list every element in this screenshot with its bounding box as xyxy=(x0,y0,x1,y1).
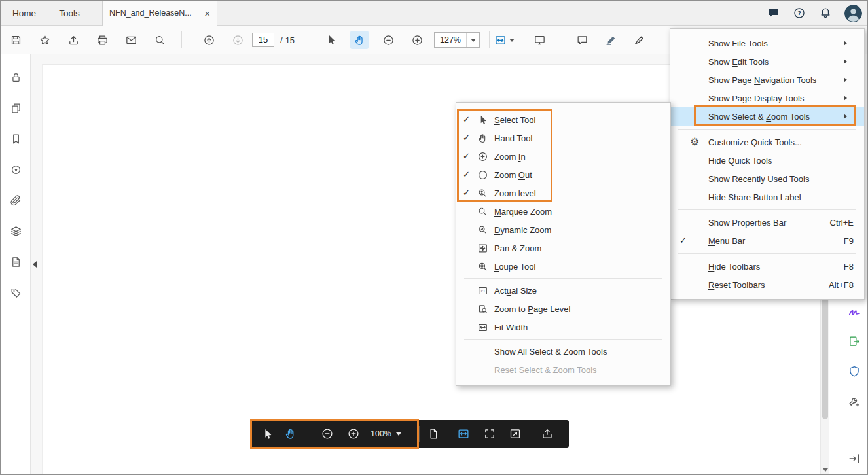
fit-width-icon xyxy=(476,321,489,334)
destinations-button[interactable] xyxy=(8,162,24,177)
user-avatar[interactable] xyxy=(844,5,862,22)
help-button[interactable]: ? xyxy=(792,6,806,20)
menu-item-marquee-zoom[interactable]: Marquee Zoom xyxy=(456,202,670,220)
menu-item-zoom-to-page-level[interactable]: Zoom to Page Level xyxy=(456,300,670,318)
menu-item-pan-zoom[interactable]: Pan & Zoom xyxy=(456,239,670,257)
menu-item-hide-toolbars[interactable]: Hide Toolbars F8 xyxy=(670,257,864,275)
menu-shortcut: F8 xyxy=(844,262,854,272)
menu-item-show-select-zoom-tools[interactable]: Show Select & Zoom Tools xyxy=(670,107,864,126)
fill-and-sign-button[interactable] xyxy=(846,304,862,319)
tab-tools[interactable]: Tools xyxy=(48,1,91,26)
zoom-in-button[interactable] xyxy=(346,426,361,442)
menu-separator xyxy=(678,253,856,254)
menu-item-show-all-select-zoom-tools[interactable]: Show All Select & Zoom Tools xyxy=(456,342,670,361)
menu-item-label: Show All Select & Zoom Tools xyxy=(494,347,607,357)
fit-width-button[interactable] xyxy=(456,426,471,442)
sign-button[interactable] xyxy=(630,31,649,49)
print-icon xyxy=(96,34,109,46)
share-upload-button[interactable] xyxy=(64,31,82,49)
menu-item-zoom-in[interactable]: ✓ Zoom In xyxy=(456,147,670,166)
tab-home[interactable]: Home xyxy=(1,1,48,26)
print-button[interactable] xyxy=(93,31,111,49)
caret-down-icon xyxy=(471,39,476,42)
menu-item-show-edit-tools[interactable]: Show Edit Tools xyxy=(670,52,864,71)
share-upload-button[interactable] xyxy=(539,426,555,442)
menu-item-zoom-out[interactable]: ✓ Zoom Out xyxy=(456,166,670,184)
zoom-level-dropdown[interactable]: 127% xyxy=(434,32,480,48)
menu-item-dynamic-zoom[interactable]: Dynamic Zoom xyxy=(456,220,670,239)
select-tool-button[interactable] xyxy=(322,31,340,49)
chat-button[interactable] xyxy=(766,6,780,20)
presentation-mode-icon xyxy=(533,34,546,46)
menu-item-select-tool[interactable]: ✓ Select Tool xyxy=(456,111,670,129)
fullscreen-button[interactable] xyxy=(507,426,523,442)
avatar-photo-icon xyxy=(844,5,862,22)
protect-button[interactable] xyxy=(846,364,862,379)
tags-panel-button[interactable] xyxy=(8,285,24,300)
save-button[interactable] xyxy=(7,31,25,49)
fit-page-button[interactable] xyxy=(482,426,497,442)
menu-item-hand-tool[interactable]: ✓ Hand Tool xyxy=(456,129,670,147)
previous-page-button[interactable] xyxy=(200,31,218,49)
toolbar-separator xyxy=(556,31,556,48)
page-thumbnails-button[interactable] xyxy=(8,100,24,116)
menu-item-show-recently-used-tools[interactable]: Show Recently Used Tools xyxy=(670,169,864,188)
next-page-button[interactable] xyxy=(228,31,247,49)
menu-item-fit-width[interactable]: Fit Width xyxy=(456,318,670,336)
zoom-dropdown-caret[interactable] xyxy=(466,33,479,47)
left-navigation-rail xyxy=(1,54,31,475)
menu-item-show-file-tools[interactable]: Show File Tools xyxy=(670,34,864,52)
zoom-out-button[interactable] xyxy=(319,426,335,442)
security-panel-button[interactable] xyxy=(8,69,24,85)
menu-item-show-page-display-tools[interactable]: Show Page Display Tools xyxy=(670,89,864,107)
hand-tool-button[interactable] xyxy=(283,426,298,442)
zoom-out-button[interactable] xyxy=(379,31,397,49)
menu-item-label: Reset Toolbars xyxy=(708,280,765,290)
page-display-icon xyxy=(494,34,507,46)
close-tab-icon[interactable]: × xyxy=(204,9,210,18)
actual-size-icon: 1:1 xyxy=(476,284,489,297)
notifications-button[interactable] xyxy=(818,6,833,20)
menu-item-label: Loupe Tool xyxy=(494,262,535,272)
export-pdf-button[interactable] xyxy=(846,334,862,349)
share-upload-icon xyxy=(541,427,554,440)
select-tool-button[interactable] xyxy=(259,426,275,442)
page-view-button[interactable] xyxy=(425,426,441,442)
menu-item-loupe-tool[interactable]: Loupe Tool xyxy=(456,257,670,275)
collapse-panel-arrow[interactable] xyxy=(33,261,37,268)
hand-tool-button[interactable] xyxy=(350,31,369,49)
open-tools-pane-button[interactable] xyxy=(846,451,862,466)
menu-item-show-page-navigation-tools[interactable]: Show Page Navigation Tools xyxy=(670,71,864,89)
zoom-level-value: 127% xyxy=(435,35,466,44)
scroll-down-arrow-icon[interactable] xyxy=(823,468,828,472)
zoom-level-dropdown[interactable]: 100% xyxy=(371,420,401,448)
find-button[interactable] xyxy=(151,31,169,49)
menu-item-zoom-level[interactable]: ✓ Zoom level xyxy=(456,184,670,202)
menu-item-hide-share-button-label[interactable]: Hide Share Button Label xyxy=(670,188,864,206)
zoom-in-button[interactable] xyxy=(408,31,426,49)
menu-item-menu-bar[interactable]: ✓ Menu Bar F9 xyxy=(670,232,864,250)
more-tools-button[interactable] xyxy=(846,394,862,410)
layers-button[interactable] xyxy=(8,223,24,239)
tab-document[interactable]: NFN_and_ReleaseN... × xyxy=(102,1,217,26)
menu-item-show-properties-bar[interactable]: Show Properties Bar Ctrl+E xyxy=(670,213,864,232)
menu-item-hide-quick-tools[interactable]: Hide Quick Tools xyxy=(670,151,864,169)
menu-item-actual-size[interactable]: 1:1 Actual Size xyxy=(456,281,670,300)
tab-home-label: Home xyxy=(12,9,36,18)
page-number-input[interactable]: 15 xyxy=(252,33,274,47)
email-button[interactable] xyxy=(122,31,140,49)
menu-item-customize-quick-tools[interactable]: ⚙ Customize Quick Tools... xyxy=(670,133,864,151)
content-panel-button[interactable] xyxy=(8,254,24,270)
zoom-out-icon xyxy=(382,34,395,46)
page-display-button[interactable] xyxy=(494,31,520,49)
bookmarks-button[interactable] xyxy=(8,131,24,147)
comment-button[interactable] xyxy=(573,31,591,49)
gear-icon: ⚙ xyxy=(690,135,699,149)
favorite-button[interactable] xyxy=(35,31,54,49)
menu-item-reset-toolbars[interactable]: Reset Toolbars Alt+F8 xyxy=(670,275,864,294)
attachments-button[interactable] xyxy=(8,192,24,208)
menu-item-label: Show Select & Zoom Tools xyxy=(708,112,810,122)
acrobat-window: Home Tools NFN_and_ReleaseN... × ? 15 / … xyxy=(0,0,868,475)
highlight-button[interactable] xyxy=(602,31,620,49)
presentation-mode-button[interactable] xyxy=(530,31,549,49)
